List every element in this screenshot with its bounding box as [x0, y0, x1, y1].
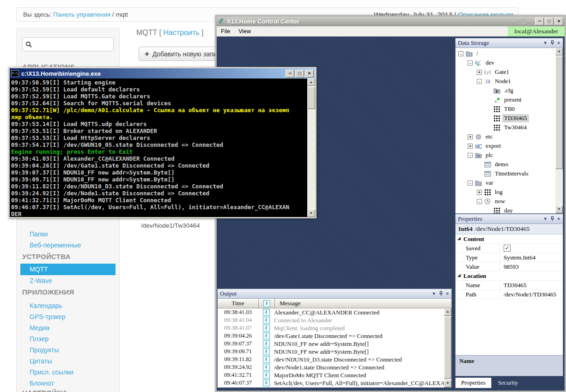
scroll-up-icon[interactable]: ▲ [444, 308, 451, 316]
maximize-button[interactable]: □ [295, 70, 304, 78]
output-scrollbar[interactable]: ▲ ▼ [444, 308, 451, 387]
group-expanded-icon[interactable] [457, 274, 461, 277]
scroll-thumb[interactable] [307, 87, 315, 109]
tree-item-day[interactable]: day [456, 206, 555, 213]
sidebar-item-присл-ссылки[interactable]: Присл. ссылки [17, 367, 119, 378]
scroll-up-icon[interactable]: ▲ [307, 78, 315, 86]
output-row[interactable]: 09:39:09.71iNDUN10_FF new addr=System.By… [218, 348, 444, 356]
output-row[interactable]: 09:39:11.82i/dev/NDUN10_D3.state Disconn… [218, 356, 444, 363]
chevron-down-icon[interactable]: ▼ [543, 217, 548, 221]
tree-item-tw30464[interactable]: Tw30464 [456, 123, 555, 132]
sidebar-item-gps-трэкер[interactable]: GPS-трэкер [17, 311, 119, 322]
tree-item-td30465[interactable]: TD30465 [456, 114, 555, 123]
close-icon[interactable]: × [446, 291, 449, 296]
maximize-button[interactable]: □ [545, 18, 554, 25]
close-button[interactable]: × [554, 18, 563, 25]
expand-icon[interactable]: + [468, 134, 473, 139]
output-row[interactable]: 09:39:04.26i/dev/Gate1.state Disconnecte… [218, 332, 444, 340]
sidebar-item-цитаты[interactable]: Цитаты [17, 356, 119, 367]
expand-icon[interactable]: + [477, 70, 482, 75]
property-row-value[interactable]: Value98593 [456, 262, 563, 271]
tree-item-tb0[interactable]: TB0 [456, 104, 555, 114]
tree-item-label[interactable]: TB0 [502, 105, 517, 113]
expand-icon[interactable]: + [477, 190, 482, 195]
property-row-name[interactable]: NameTD30465 [456, 281, 563, 290]
scroll-thumb[interactable] [444, 316, 451, 379]
pin-icon[interactable] [550, 40, 554, 46]
tree-item-export[interactable]: +export [456, 141, 555, 151]
configure-link[interactable]: Настроить [163, 29, 199, 36]
tree-item-label[interactable]: Gate1 [493, 68, 511, 76]
tree-item-label[interactable]: present [502, 96, 523, 104]
add-record-button[interactable]: + Добавить новую запись [139, 47, 225, 61]
tree-item-dev[interactable]: -dev [456, 58, 555, 67]
tree-item-present[interactable]: present [456, 95, 555, 104]
scroll-thumb[interactable] [555, 56, 563, 169]
expand-icon[interactable]: + [468, 144, 473, 149]
tree-item-var[interactable]: -var [456, 178, 555, 187]
chevron-down-icon[interactable]: ▼ [543, 41, 548, 45]
tab-security[interactable]: Security [493, 378, 523, 388]
sidebar-item-папки[interactable]: Папки [17, 229, 119, 240]
output-row[interactable]: 09:38:41.03iAlexander_CC@ALEXANDER Conne… [218, 308, 444, 316]
search-box[interactable] [22, 37, 114, 51]
menu-file[interactable]: File [217, 28, 234, 35]
search-input[interactable] [35, 39, 118, 50]
tree-item-label[interactable]: var [484, 179, 495, 187]
tree-item--cfg[interactable]: .cfg [456, 86, 555, 95]
sidebar-item-продукты[interactable]: Продукты [17, 344, 119, 356]
property-row-path[interactable]: Path/dev/Node1/TD30465 [456, 290, 563, 299]
tree-item-label[interactable]: log [493, 188, 505, 196]
output-row[interactable]: 09:41:32.71iMajorDoMo MQTT Client Connec… [218, 371, 444, 379]
sidebar-item-плэер[interactable]: Плэер [17, 333, 119, 344]
menu-view[interactable]: View [234, 28, 255, 35]
tree-item-label[interactable]: export [484, 142, 503, 150]
tree-item-label[interactable]: / [475, 49, 480, 58]
breadcrumb-link-control-panel[interactable]: Панель управления [53, 11, 110, 18]
collapse-icon[interactable]: - [468, 153, 473, 158]
tree-item-label[interactable]: demo [493, 160, 510, 169]
tree-item-label[interactable]: now [493, 197, 507, 205]
scroll-down-icon[interactable]: ▼ [307, 210, 315, 217]
tree-item-plc[interactable]: -plc [456, 151, 555, 160]
collapse-icon[interactable]: - [477, 79, 482, 84]
collapse-icon[interactable]: - [458, 51, 463, 56]
minimize-button[interactable]: − [535, 18, 544, 25]
sidebar-item-mqtt[interactable]: MQTT [20, 264, 116, 275]
tree-item-label[interactable]: TD30465 [502, 114, 529, 122]
tree-item-label[interactable]: plc [484, 151, 495, 159]
tree-item-demo[interactable]: demo [456, 160, 555, 169]
tree-item-timeintervals[interactable]: TimeIntervals [456, 169, 555, 178]
pin-icon[interactable] [439, 291, 443, 297]
scroll-up-icon[interactable]: ▲ [555, 48, 563, 55]
tree-item-now[interactable]: -now [456, 197, 555, 206]
column-header-time[interactable]: Time [218, 299, 259, 308]
tree-item-label[interactable]: Node1 [493, 77, 513, 85]
tree-item-label[interactable]: day [502, 206, 515, 213]
saved-checkbox[interactable]: ✓ [504, 245, 511, 252]
sidebar-item-медиа[interactable]: Медиа [17, 322, 119, 333]
tree-item-etc[interactable]: +etc [456, 132, 555, 141]
tree-item-label[interactable]: .cfg [502, 86, 515, 95]
tree-item--[interactable]: -/ [456, 49, 555, 58]
close-icon[interactable]: × [557, 216, 560, 222]
output-row[interactable]: 09:46:07.37iSetAcl(/dev, Users=Full, All… [218, 379, 444, 387]
property-group-content[interactable]: Content [456, 235, 563, 244]
output-row[interactable]: 09:38:41.07iMqClient: loading completed [218, 324, 444, 332]
chevron-down-icon[interactable]: ▼ [432, 291, 436, 296]
output-row[interactable]: 09:38:41.04iConnected to Alexander [218, 316, 444, 324]
collapse-icon[interactable]: - [468, 60, 473, 66]
x13-title-bar[interactable]: X13.Home Control Center − □ × [217, 17, 565, 26]
console-title-bar[interactable]: C:\ c:\X13.Home\bin\engine.exe − □ × [10, 68, 315, 78]
property-row-saved[interactable]: Saved✓ [456, 244, 563, 253]
tree-scrollbar[interactable]: ▲ ▼ [555, 48, 563, 213]
property-value[interactable]: System.Int64 [499, 253, 563, 262]
property-value[interactable]: /dev/Node1/TD30465 [499, 290, 563, 299]
column-header-info[interactable]: i [259, 299, 275, 308]
group-expanded-icon[interactable] [457, 237, 461, 240]
scroll-down-icon[interactable]: ▼ [555, 206, 563, 213]
sidebar-item-блокнот[interactable]: Блокнот [17, 378, 119, 389]
minimize-button[interactable]: − [286, 70, 294, 78]
property-value[interactable]: TD30465 [499, 281, 563, 289]
property-group-location[interactable]: Location [456, 271, 563, 281]
